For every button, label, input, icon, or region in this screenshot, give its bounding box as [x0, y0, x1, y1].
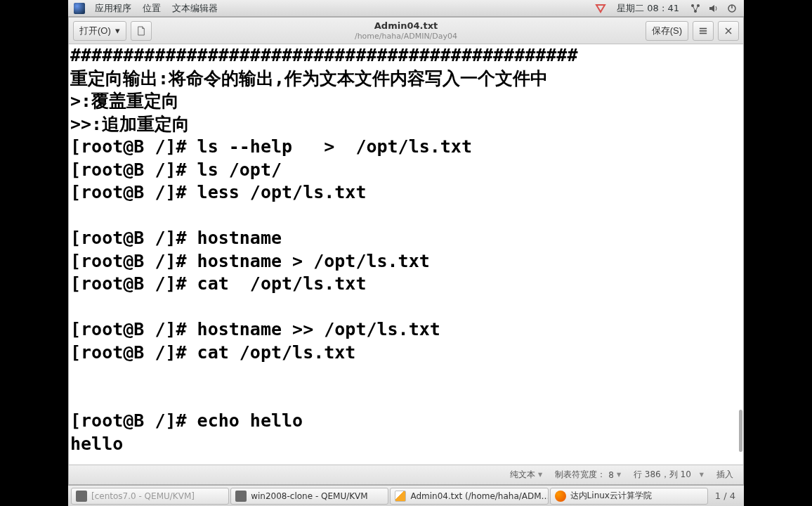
vertical-scrollbar-thumb[interactable] — [739, 410, 742, 452]
window-subtitle: /home/haha/ADMIN/Day04 — [355, 32, 457, 41]
open-button-label: 打开(O) — [79, 25, 111, 37]
new-file-button[interactable] — [131, 21, 152, 41]
close-button[interactable] — [718, 21, 739, 41]
status-bar: 纯文本 ▼ 制表符宽度： 8 ▼ 行 386，列 10 ▼ 插入 — [69, 465, 743, 484]
workspace-indicator[interactable]: 1 / 4 — [709, 491, 741, 501]
editor-toolbar: 打开(O) ▾ Admin04.txt /home/haha/ADMIN/Day… — [69, 18, 743, 44]
editor-icon — [395, 491, 406, 502]
close-icon — [724, 27, 733, 35]
editor-content: ########################################… — [69, 44, 743, 455]
app-indicator-icon[interactable] — [594, 2, 607, 15]
chevron-down-icon: ▼ — [617, 472, 621, 478]
apps-icon[interactable] — [74, 2, 86, 15]
chevron-down-icon: ▾ — [115, 25, 120, 36]
status-insert-mode[interactable]: 插入 — [712, 469, 738, 481]
status-tab-width[interactable]: 制表符宽度： 8 ▼ — [551, 469, 625, 481]
task-admin04[interactable]: Admin04.txt (/home/haha/ADM… — [390, 488, 548, 505]
clock[interactable]: 星期二 08 : 41 — [610, 1, 686, 16]
vm-icon — [235, 491, 247, 502]
vm-icon — [76, 491, 87, 502]
status-syntax[interactable]: 纯文本 ▼ — [506, 469, 546, 481]
open-button[interactable]: 打开(O) ▾ — [73, 21, 126, 41]
status-position[interactable]: 行 386，列 10 ▼ — [629, 469, 708, 481]
power-icon[interactable] — [726, 2, 738, 15]
chevron-down-icon: ▼ — [538, 472, 542, 478]
window-title-block: Admin04.txt /home/haha/ADMIN/Day04 — [355, 20, 457, 41]
save-button[interactable]: 保存(S) — [646, 21, 688, 41]
window-title: Admin04.txt — [355, 20, 457, 32]
editor-text-area[interactable]: ########################################… — [69, 44, 743, 465]
hamburger-icon — [699, 27, 707, 35]
task-firefox[interactable]: 达内Linux云计算学院 — [550, 488, 708, 505]
task-centos7[interactable]: [centos7.0 - QEMU/KVM] — [71, 488, 229, 505]
menu-places[interactable]: 位置 — [137, 1, 166, 16]
menu-texteditor[interactable]: 文本编辑器 — [166, 1, 223, 16]
text-editor-window: 打开(O) ▾ Admin04.txt /home/haha/ADMIN/Day… — [68, 17, 744, 485]
network-icon[interactable] — [689, 2, 702, 15]
chevron-down-icon: ▼ — [700, 472, 704, 478]
taskbar: [centos7.0 - QEMU/KVM] win2008-clone - Q… — [68, 485, 744, 506]
top-panel: 应用程序 位置 文本编辑器 星期二 08 : 41 — [68, 0, 744, 17]
firefox-icon — [555, 491, 566, 502]
volume-icon[interactable] — [707, 2, 720, 15]
hamburger-menu-button[interactable] — [693, 21, 714, 41]
save-button-label: 保存(S) — [652, 25, 682, 37]
menu-applications[interactable]: 应用程序 — [89, 1, 137, 16]
task-win2008[interactable]: win2008-clone - QEMU/KVM — [230, 488, 388, 505]
